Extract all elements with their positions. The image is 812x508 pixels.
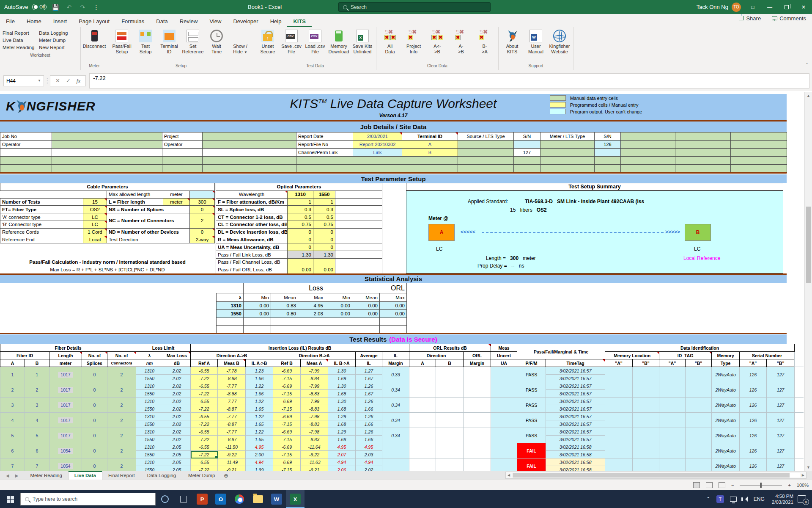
tray-network[interactable] (727, 490, 740, 508)
result-value[interactable]: -7.15 (273, 436, 301, 443)
result-value[interactable]: -8.83 (301, 420, 328, 428)
fiber-splices[interactable]: 0 (82, 382, 107, 398)
cell[interactable] (675, 157, 731, 165)
cell[interactable] (731, 133, 787, 141)
cell[interactable] (731, 165, 787, 173)
stats-wavelength[interactable]: 1310 (217, 302, 244, 310)
orl-a[interactable] (409, 367, 436, 382)
max-allowed-length-label[interactable]: Max allowed length (107, 190, 163, 198)
result-value[interactable]: -7.15 (273, 390, 301, 398)
result-value[interactable]: 1.68 (328, 436, 356, 443)
fiber-a-header[interactable]: A (0, 359, 25, 367)
cell[interactable] (358, 236, 382, 243)
optical-1550-value[interactable]: 0 (313, 236, 335, 243)
cell[interactable] (621, 165, 675, 173)
restore-button[interactable] (778, 0, 795, 14)
orl-a[interactable] (409, 398, 436, 413)
result-value[interactable]: -6.55 (191, 443, 218, 451)
insert-function-icon[interactable]: fx (77, 77, 80, 84)
id-tag-header[interactable]: ID_TAG (659, 352, 712, 359)
zoom-slider[interactable] (740, 485, 782, 486)
result-value[interactable]: -8.87 (218, 436, 246, 443)
cell[interactable] (402, 157, 458, 165)
fiber-id-b[interactable]: 1 (25, 367, 49, 382)
col-header[interactable]: Max (298, 293, 325, 302)
meas-uncert-ua[interactable] (491, 367, 517, 382)
result-value[interactable]: 1.68 (328, 420, 356, 428)
result-value[interactable]: 1.69 (328, 375, 356, 382)
fiber-splices[interactable]: 0 (82, 458, 107, 471)
result-value[interactable]: 4.95 (328, 443, 356, 451)
ribbon-tab-help[interactable]: Help (264, 16, 288, 27)
sheet-tab-meter-reading[interactable]: Meter Reading (24, 471, 68, 480)
orl-b[interactable] (436, 458, 464, 471)
project-input[interactable] (203, 133, 296, 141)
share-button[interactable]: Share (739, 15, 761, 22)
fiber-length[interactable]: 1017 (49, 367, 82, 382)
taskbar-app-excel[interactable]: X (286, 490, 304, 508)
memory-location-a[interactable] (605, 413, 633, 428)
result-value[interactable]: -7.99 (301, 382, 328, 390)
quick-access-chevron-icon[interactable]: ⋮ (91, 4, 101, 11)
result-value[interactable]: 2.05 (163, 458, 191, 466)
new-sheet-button[interactable]: ⊕ (221, 471, 230, 480)
cell[interactable] (358, 190, 382, 198)
result-value[interactable]: 1.65 (246, 405, 273, 413)
result-value[interactable]: -8.83 (301, 436, 328, 443)
ribbon-button-test-setup[interactable]: TestSetup (134, 28, 157, 60)
optical-1310-value[interactable]: 0 (288, 228, 313, 236)
ribbon-button-b-a[interactable]: ⮌✖✖B->A (473, 28, 497, 60)
optical-1310-value[interactable]: 0.5 (288, 213, 313, 221)
orl-group-header[interactable]: ORL (325, 283, 407, 293)
page-layout-view-icon[interactable] (706, 482, 713, 488)
fiber-id-b[interactable]: 2 (25, 382, 49, 398)
cell[interactable] (0, 157, 52, 165)
result-value[interactable]: 1.22 (246, 382, 273, 390)
fiber-length[interactable]: 1017 (49, 413, 82, 428)
cell[interactable] (203, 157, 296, 165)
number-of-tests-label[interactable]: Number of Tests (0, 198, 83, 206)
serial-b[interactable]: 127 (767, 443, 795, 458)
operator-input-1[interactable] (52, 141, 162, 149)
cell[interactable] (203, 149, 296, 157)
fiber-splices[interactable]: 0 (82, 413, 107, 428)
result-value[interactable]: 1.22 (246, 398, 273, 405)
fiber-length[interactable]: 1017 (49, 398, 82, 413)
fiber-details-header[interactable]: Fiber Details (0, 344, 136, 352)
col-header[interactable]: Mean (271, 293, 298, 302)
reference-cords-label[interactable]: Reference Cords (0, 228, 83, 236)
cell[interactable] (271, 318, 298, 326)
minimize-button[interactable]: — (761, 0, 778, 14)
result-value[interactable]: 1.66 (246, 390, 273, 398)
cell[interactable] (244, 318, 271, 326)
data-identification-header[interactable]: Data Identification (605, 344, 795, 352)
result-value[interactable]: -7.22 (191, 436, 218, 443)
lambda-header[interactable]: λ (136, 352, 163, 359)
orl-margin[interactable] (464, 443, 491, 458)
id-tag-b[interactable] (686, 382, 712, 398)
taskbar-search-box[interactable]: Type here to search (20, 493, 156, 505)
search-box[interactable]: Search (338, 2, 491, 12)
mem-a-header[interactable]: "A" (605, 359, 633, 367)
length-header[interactable]: Length (49, 352, 82, 359)
result-value[interactable]: 1550 (136, 436, 163, 443)
cable-parameters-title[interactable]: Cable Parameters (0, 183, 215, 191)
timetag-1[interactable]: 3/02/2021 16:58 (546, 443, 605, 451)
result-value[interactable]: 1.29 (328, 428, 356, 436)
ribbon-tab-insert[interactable]: Insert (47, 16, 73, 27)
result-value[interactable]: -7.22 (191, 375, 218, 382)
ribbon-button-live-data[interactable]: Live Data (3, 38, 39, 43)
timetag-1[interactable]: 3/02/2021 16:58 (546, 458, 605, 466)
cell[interactable] (271, 326, 298, 333)
tray-show-hidden-icons[interactable]: ⌃ (703, 490, 713, 508)
orl-margin[interactable] (464, 382, 491, 398)
sn-header-1[interactable]: S/N (514, 133, 540, 141)
stats-value[interactable]: 4.95 (298, 302, 325, 310)
normal-view-icon[interactable] (693, 482, 700, 488)
ribbon-button-memory-download[interactable]: MemoryDownload (327, 28, 351, 60)
orl-a[interactable] (409, 443, 436, 458)
result-value[interactable]: 4.95 (246, 443, 273, 451)
ribbon-button-a-b[interactable]: ⮌✖✖✖A<->B (425, 28, 449, 60)
result-value[interactable]: 1.66 (356, 420, 382, 428)
memory-location-b[interactable] (633, 367, 659, 382)
